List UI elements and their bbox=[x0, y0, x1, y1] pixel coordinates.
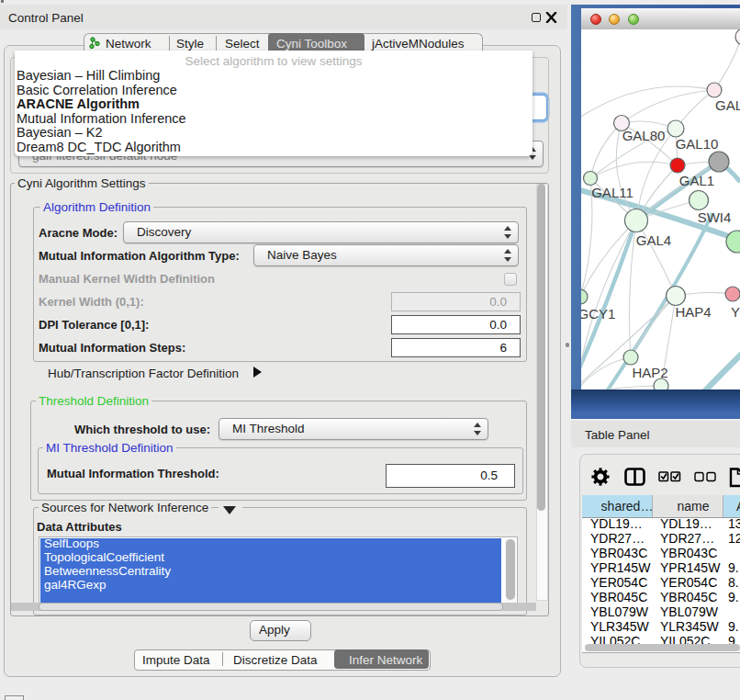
svg-text:HAP4: HAP4 bbox=[675, 304, 711, 320]
svg-text:GAL10: GAL10 bbox=[676, 136, 719, 152]
svg-text:GAL2: GAL2 bbox=[715, 97, 740, 113]
svg-text:GAL4: GAL4 bbox=[636, 232, 671, 248]
svg-text:HAP2: HAP2 bbox=[632, 365, 667, 380]
svg-text:GAL1: GAL1 bbox=[679, 173, 714, 188]
svg-text:GCY1: GCY1 bbox=[581, 306, 615, 322]
svg-text:GAL11: GAL11 bbox=[591, 185, 633, 200]
svg-text:GAL80: GAL80 bbox=[622, 128, 666, 143]
svg-text:SWI4: SWI4 bbox=[698, 209, 732, 225]
svg-text:YM: YM bbox=[731, 304, 740, 320]
